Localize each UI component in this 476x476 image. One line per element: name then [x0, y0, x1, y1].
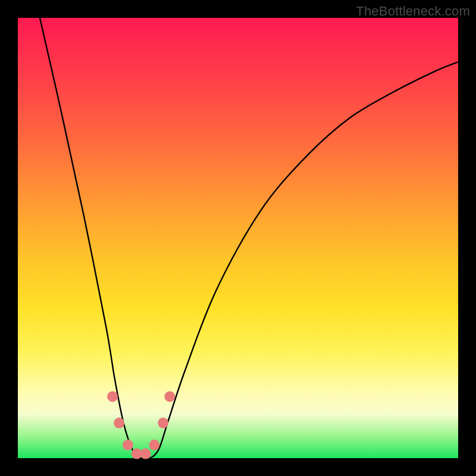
chart-frame: TheBottleneck.com: [0, 0, 476, 476]
curve-svg: [18, 18, 458, 458]
threshold-bead: [149, 440, 159, 450]
threshold-beads: [107, 391, 175, 459]
threshold-bead: [123, 440, 133, 450]
threshold-bead: [158, 418, 168, 428]
threshold-bead: [107, 391, 118, 402]
bottleneck-curve: [40, 18, 458, 459]
watermark-text: TheBottleneck.com: [356, 4, 470, 19]
threshold-bead: [164, 391, 175, 402]
plot-area: [18, 18, 458, 458]
bottleneck-curve-path: [40, 18, 458, 459]
threshold-bead: [140, 449, 151, 459]
threshold-bead: [114, 418, 124, 428]
